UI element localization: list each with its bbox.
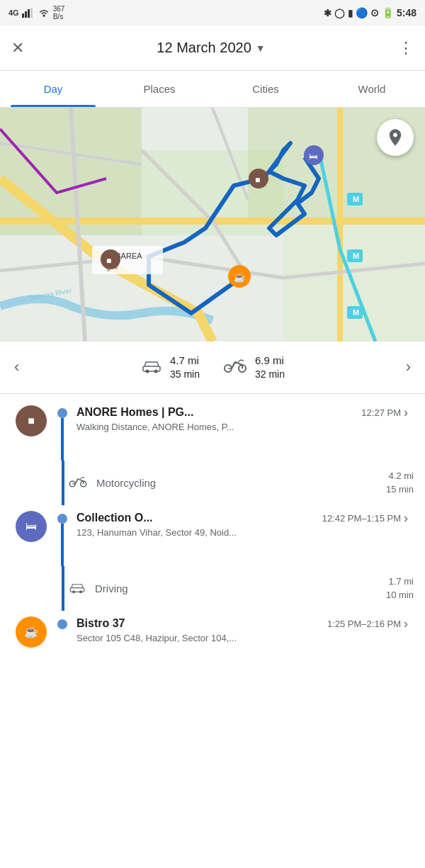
connector-2 <box>54 514 71 566</box>
place-icon-3: ☕ <box>16 616 47 648</box>
segment-driving: Driving 1.7 mi 10 min <box>0 566 425 611</box>
next-arrow[interactable]: › <box>406 358 411 376</box>
place-time-1: 12:27 PM <box>361 407 401 418</box>
tab-cities[interactable]: Cities <box>212 71 319 107</box>
timeline-left-3: ☕ <box>11 616 51 648</box>
segment-moto-dist: 4.2 mi 15 min <box>386 469 414 497</box>
close-button[interactable]: ✕ <box>11 39 24 57</box>
transport-row: ‹ 4.7 mi 35 min <box>0 342 425 394</box>
svg-rect-1 <box>25 11 27 18</box>
place-time-2: 12:42 PM–1:15 PM <box>322 513 401 524</box>
chevron-down-icon[interactable]: ▼ <box>256 43 266 54</box>
clock: 🔵 ⊙ 🔋 5:48 <box>356 7 416 18</box>
location-status-icon: ◯ <box>334 8 345 18</box>
car-icon <box>140 356 163 378</box>
map-area[interactable]: SUBAREA सुबरा Yamuna River M M M ■ 🛏 ☕ ■ <box>0 108 425 342</box>
place-name-1: ANORE Homes | PG... <box>76 406 193 419</box>
svg-point-36 <box>72 590 75 593</box>
svg-rect-3 <box>30 8 33 18</box>
svg-text:☕: ☕ <box>234 271 246 283</box>
place-content-2: Collection O... 12:42 PM–1:15 PM › 123, … <box>71 511 414 538</box>
moto-time: 32 min <box>255 368 285 382</box>
tab-world-label: World <box>358 83 386 95</box>
chevron-right-2[interactable]: › <box>404 511 408 526</box>
svg-rect-9 <box>283 221 425 342</box>
tab-cities-label: Cities <box>252 83 279 95</box>
place-time-3: 1:25 PM–2:16 PM <box>327 619 401 629</box>
svg-point-29 <box>145 370 149 373</box>
timeline-place-1[interactable]: ■ ANORE Homes | PG... 12:27 PM › Walking… <box>0 400 425 461</box>
connector-1 <box>54 408 71 461</box>
segment-motorcycling: Motorcycling 4.2 mi 15 min <box>0 461 425 505</box>
location-button[interactable] <box>377 119 414 156</box>
timeline: ■ ANORE Homes | PG... 12:27 PM › Walking… <box>0 394 425 673</box>
place-icon-2: 🛏 <box>16 511 47 542</box>
date-label: 12 March 2020 <box>157 40 251 56</box>
timeline-dot-2 <box>57 514 67 524</box>
place-header-3: Bistro 37 1:25 PM–2:16 PM › <box>76 616 408 631</box>
svg-text:M: M <box>353 195 359 203</box>
svg-rect-0 <box>22 13 24 18</box>
status-bar: 4G 367B/s ✱ ◯ ▮ 🔵 ⊙ 🔋 5:48 <box>0 0 425 26</box>
timeline-line-2 <box>61 524 64 566</box>
place-name-3: Bistro 37 <box>76 617 125 630</box>
timeline-dot-1 <box>57 408 67 418</box>
segment-car-icon <box>68 580 86 597</box>
tab-places-label: Places <box>143 83 175 95</box>
segment-moto-icon <box>68 474 88 492</box>
place-desc-1: Walking Distance, ANORE Homes, P... <box>76 422 408 432</box>
tab-places[interactable]: Places <box>106 71 212 107</box>
car-transport: 4.7 mi 35 min <box>140 353 200 382</box>
data-speed: 367B/s <box>53 5 65 21</box>
car-info: 4.7 mi 35 min <box>170 353 200 382</box>
header: ✕ 12 March 2020 ▼ ⋮ <box>0 26 425 71</box>
place-desc-2: 123, Hanuman Vihar, Sector 49, Noid... <box>76 527 408 538</box>
svg-text:■: ■ <box>106 256 111 266</box>
motorcycle-icon <box>222 356 248 378</box>
place-desc-3: Sector 105 C48, Hazipur, Sector 104,... <box>76 633 408 643</box>
place-header-2: Collection O... 12:42 PM–1:15 PM › <box>76 511 408 526</box>
connector-3 <box>54 619 71 629</box>
svg-point-4 <box>42 14 45 16</box>
wifi-icon <box>38 8 50 18</box>
place-content-1: ANORE Homes | PG... 12:27 PM › Walking D… <box>71 405 414 432</box>
prev-arrow[interactable]: ‹ <box>14 358 19 376</box>
place-icon-1: ■ <box>16 405 47 436</box>
svg-text:M: M <box>353 308 359 317</box>
map-svg: SUBAREA सुबरा Yamuna River M M M ■ 🛏 ☕ ■ <box>0 108 425 342</box>
signal-icon <box>22 8 35 18</box>
timeline-place-2[interactable]: 🛏 Collection O... 12:42 PM–1:15 PM › 123… <box>0 505 425 566</box>
tab-day-label: Day <box>44 83 63 95</box>
svg-text:■: ■ <box>255 175 260 185</box>
svg-rect-35 <box>70 587 84 592</box>
svg-rect-2 <box>28 9 30 18</box>
place-content-3: Bistro 37 1:25 PM–2:16 PM › Sector 105 C… <box>71 616 414 643</box>
battery-icon: ▮ <box>348 8 353 18</box>
segment-driving-label: Driving <box>95 582 378 594</box>
timeline-left-2: 🛏 <box>11 511 51 542</box>
tab-world[interactable]: World <box>319 71 425 107</box>
location-pin-icon <box>385 128 405 147</box>
car-distance: 4.7 mi <box>170 353 200 368</box>
header-title: 12 March 2020 ▼ <box>157 40 265 56</box>
chevron-right-1[interactable]: › <box>404 405 408 420</box>
transport-items: 4.7 mi 35 min 6.9 mi 32 min <box>140 353 285 382</box>
more-menu-button[interactable]: ⋮ <box>398 39 414 57</box>
bluetooth-icon: ✱ <box>324 8 332 18</box>
chevron-right-3[interactable]: › <box>404 616 408 631</box>
svg-text:M: M <box>353 252 359 260</box>
moto-distance: 6.9 mi <box>255 353 285 368</box>
car-time: 35 min <box>170 368 200 382</box>
timeline-left-1: ■ <box>11 405 51 436</box>
timeline-place-3[interactable]: ☕ Bistro 37 1:25 PM–2:16 PM › Sector 105… <box>0 611 425 667</box>
svg-text:🛏: 🛏 <box>309 152 317 162</box>
status-left: 4G 367B/s <box>8 5 64 21</box>
tab-day[interactable]: Day <box>0 71 106 107</box>
tabs-bar: Day Places Cities World <box>0 71 425 108</box>
status-right: ✱ ◯ ▮ 🔵 ⊙ 🔋 5:48 <box>324 7 416 18</box>
svg-point-37 <box>79 590 82 593</box>
svg-point-30 <box>154 370 157 373</box>
svg-rect-28 <box>143 366 160 371</box>
segment-moto-label: Motorcycling <box>96 477 378 489</box>
place-name-2: Collection O... <box>76 512 153 524</box>
